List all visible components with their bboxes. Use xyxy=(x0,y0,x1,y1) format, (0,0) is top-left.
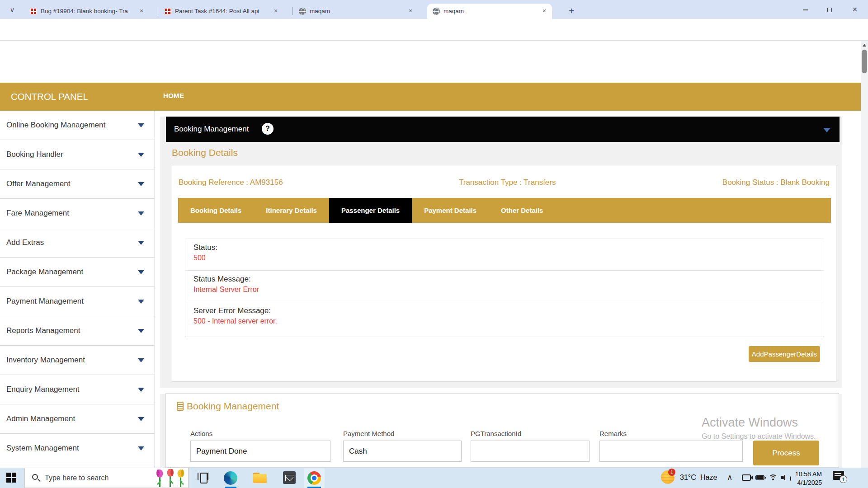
remarks-label: Remarks xyxy=(599,430,627,437)
tab-close-icon[interactable]: × xyxy=(272,7,280,15)
browser-tab-1[interactable]: Bug #19904: Blank booking- Tra × xyxy=(24,4,149,19)
sidebar-item-label: Booking Handler xyxy=(6,150,63,159)
volume-icon[interactable] xyxy=(781,474,789,481)
sidebar-item-inventory-management[interactable]: Inventory Management xyxy=(0,346,154,375)
booking-management-title: Booking Management xyxy=(187,401,279,412)
sidebar-item-booking-handler[interactable]: Booking Handler xyxy=(0,140,154,169)
search-icon xyxy=(32,474,38,480)
tab-title: Parent Task #1644: Post All api xyxy=(175,4,264,19)
clock-time: 10:58 AM xyxy=(792,470,822,479)
sidebar-item-enquiry-management[interactable]: Enquiry Management xyxy=(0,375,154,404)
status-value: 500 xyxy=(193,254,206,262)
window-close-button[interactable]: × xyxy=(843,0,867,19)
server-error-box: Server Error Message: 500 - Internal ser… xyxy=(185,302,824,337)
chevron-down-icon[interactable] xyxy=(138,270,144,274)
sidebar-item-label: Package Management xyxy=(6,267,83,276)
chevron-down-icon[interactable] xyxy=(138,358,144,362)
chevron-down-icon[interactable] xyxy=(138,182,144,186)
remarks-input[interactable] xyxy=(599,441,743,462)
task-view-icon[interactable] xyxy=(198,472,211,485)
chevron-down-icon[interactable] xyxy=(138,211,144,216)
detail-tabs: Booking DetailsItinerary DetailsPassenge… xyxy=(178,198,831,223)
show-hidden-icons-chevron[interactable]: ∧ xyxy=(727,473,732,482)
panel-title: Booking Management xyxy=(174,117,249,142)
weather-icon[interactable]: 1 xyxy=(661,470,676,485)
start-button[interactable] xyxy=(6,473,16,483)
scroll-up-arrow-icon[interactable] xyxy=(863,44,866,47)
weather-condition-text[interactable]: Haze xyxy=(700,474,717,482)
sidebar-item-payment-management[interactable]: Payment Management xyxy=(0,287,154,316)
tab-close-icon[interactable]: × xyxy=(540,7,548,15)
sidebar-item-label: System Management xyxy=(6,444,79,452)
pg-transaction-id-label: PGTransactionId xyxy=(471,430,521,437)
wifi-icon[interactable] xyxy=(769,474,778,481)
vertical-scrollbar[interactable] xyxy=(861,41,868,468)
temperature-text[interactable]: 31°C xyxy=(680,474,696,482)
meet-now-icon[interactable] xyxy=(742,474,751,481)
chevron-down-icon[interactable] xyxy=(138,153,144,157)
sidebar-item-package-management[interactable]: Package Management xyxy=(0,258,154,287)
chevron-down-icon[interactable] xyxy=(138,446,144,450)
tab-other-details[interactable]: Other Details xyxy=(489,198,555,223)
taskbar-search[interactable]: Type here to search xyxy=(24,468,189,488)
tab-booking-details[interactable]: Booking Details xyxy=(178,198,254,223)
window-restore-button[interactable] xyxy=(818,0,841,19)
chevron-down-icon[interactable] xyxy=(138,329,144,333)
sidebar-item-system-management[interactable]: System Management xyxy=(0,434,154,463)
booking-status: Booking Status : Blank Booking xyxy=(722,178,830,187)
sidebar-item-reports-management[interactable]: Reports Management xyxy=(0,316,154,346)
browser-tab-2[interactable]: Parent Task #1644: Post All api × xyxy=(159,4,283,19)
browser-tab-4-active[interactable]: maqam × xyxy=(427,4,552,19)
tab-itinerary-details[interactable]: Itinerary Details xyxy=(254,198,329,223)
sidebar-item-add-extras[interactable]: Add Extras xyxy=(0,228,154,258)
mail-icon[interactable] xyxy=(283,471,297,485)
chevron-down-icon[interactable] xyxy=(138,388,144,392)
sidebar-item-fare-management[interactable]: Fare Management xyxy=(0,199,154,228)
tab-title: maqam xyxy=(310,4,399,19)
sidebar-item-online-booking-management[interactable]: Online Booking Management xyxy=(0,111,154,140)
sidebar-item-label: Offer Management xyxy=(6,179,70,188)
chevron-down-icon[interactable] xyxy=(138,300,144,304)
add-passenger-details-button[interactable]: AddPassengerDetails xyxy=(749,346,820,362)
tab-search-icon[interactable]: ∨ xyxy=(6,4,18,16)
browser-tab-3[interactable]: maqam × xyxy=(293,4,418,19)
chrome-taskbar-tile[interactable] xyxy=(304,468,325,488)
tab-payment-details[interactable]: Payment Details xyxy=(412,198,489,223)
search-placeholder: Type here to search xyxy=(45,468,108,488)
sidebar-item-label: Enquiry Management xyxy=(6,385,80,394)
payment-method-select[interactable]: Cash xyxy=(343,441,462,462)
search-highlight-tulips-image[interactable] xyxy=(154,469,186,488)
site-header: MAQAM Welcome inhouse@almaqaam.com Logou… xyxy=(0,41,868,83)
actions-select[interactable]: Payment Done xyxy=(190,441,330,462)
browser-toolbar: ← → ↻ maqaamqa1admin.caxita.ca/en/AdminW… xyxy=(0,19,868,41)
chevron-down-icon[interactable] xyxy=(138,123,144,127)
new-tab-button[interactable]: + xyxy=(565,5,578,17)
payment-method-label: Payment Method xyxy=(343,430,394,437)
book-icon xyxy=(177,402,184,411)
tab-close-icon[interactable]: × xyxy=(137,7,146,15)
tab-close-icon[interactable]: × xyxy=(406,7,415,15)
file-explorer-icon[interactable] xyxy=(253,471,267,485)
notification-center-icon[interactable]: 1 xyxy=(833,471,845,482)
nav-home-link[interactable]: HOME xyxy=(163,83,184,109)
chevron-down-icon[interactable] xyxy=(138,417,144,421)
sidebar-item-offer-management[interactable]: Offer Management xyxy=(0,169,154,199)
panel-collapse-caret-icon[interactable] xyxy=(823,128,830,132)
sidebar-item-label: Add Extras xyxy=(6,238,44,247)
window-minimize-button[interactable] xyxy=(794,0,816,19)
taskbar-clock[interactable]: 10:58 AM 4/1/2025 xyxy=(792,470,822,487)
chevron-down-icon[interactable] xyxy=(138,241,144,245)
tab-title: maqam xyxy=(443,4,533,19)
tab-passenger-details[interactable]: Passenger Details xyxy=(329,198,412,223)
battery-icon[interactable] xyxy=(755,475,764,480)
status-box: Status: 500 xyxy=(185,239,824,271)
sidebar-item-admin-management[interactable]: Admin Management xyxy=(0,404,154,434)
help-icon[interactable]: ? xyxy=(262,123,274,135)
transaction-type: Transaction Type : Transfers xyxy=(459,178,556,187)
booking-details-section-title: Booking Details xyxy=(172,147,238,158)
edge-icon[interactable] xyxy=(224,471,237,485)
scrollbar-thumb[interactable] xyxy=(862,50,867,73)
minimize-icon xyxy=(803,9,808,10)
pg-transaction-id-input[interactable] xyxy=(471,441,590,462)
process-button[interactable]: Process xyxy=(753,441,819,465)
